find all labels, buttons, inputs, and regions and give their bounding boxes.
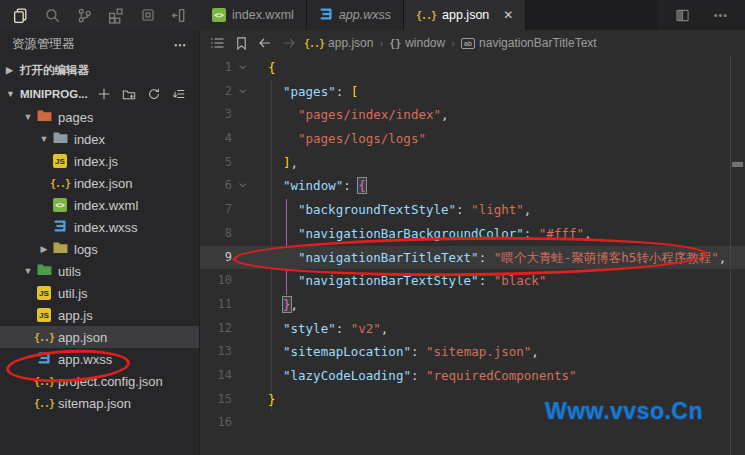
line-number: 5 [200, 151, 236, 175]
folder-icon [37, 263, 52, 279]
tree-item-index.json[interactable]: {..}index.json [0, 172, 199, 194]
code-line-7[interactable]: 7"backgroundTextStyle": "light", [200, 198, 745, 222]
line-number: 6 [200, 174, 236, 198]
code-line-13[interactable]: 13"sitemapLocation": "sitemap.json", [200, 340, 745, 364]
token: } [268, 392, 276, 407]
tree-item-project.config.json[interactable]: {..}project.config.json [0, 370, 199, 392]
tree-item-logs[interactable]: ▶logs [0, 238, 199, 260]
fold-chevron-icon[interactable] [236, 174, 252, 198]
breadcrumb-item-app.json[interactable]: {..}app.json [304, 36, 373, 50]
source-control-icon[interactable] [73, 4, 95, 26]
explorer-more-icon[interactable]: ⋯ [174, 37, 188, 52]
more-actions-icon[interactable] [709, 4, 731, 26]
folder-icon [37, 109, 52, 125]
code-line-2[interactable]: 2"pages": [ [200, 80, 745, 104]
token: : [343, 178, 358, 193]
back-arrow-icon[interactable] [256, 34, 274, 52]
tree-item-util.js[interactable]: JSutil.js [0, 282, 199, 304]
code-line-6[interactable]: 6"window": { [200, 174, 745, 198]
fold-gutter [236, 340, 252, 364]
fold-gutter [236, 293, 252, 317]
tree-item-index.js[interactable]: JSindex.js [0, 150, 199, 172]
tree-item-index.wxss[interactable]: index.wxss [0, 216, 199, 238]
tree-item-index[interactable]: ▼index [0, 128, 199, 150]
fold-gutter [236, 151, 252, 175]
panel-toggle-icon[interactable] [168, 4, 190, 26]
forward-arrow-icon[interactable] [280, 34, 298, 52]
tree-item-sitemap.json[interactable]: {..}sitemap.json [0, 392, 199, 414]
fold-chevron-icon[interactable] [236, 80, 252, 104]
new-file-icon[interactable] [96, 86, 112, 102]
tree-item-label: util.js [58, 286, 88, 301]
code-line-5[interactable]: 5], [200, 151, 745, 175]
token: "black" [494, 273, 547, 288]
references-icon[interactable] [137, 4, 159, 26]
tree-item-app.js[interactable]: JSapp.js [0, 304, 199, 326]
breadcrumb-item-navigationBarTitleText[interactable]: abnavigationBarTitleText [461, 36, 597, 50]
breadcrumb-item-window[interactable]: {}window [389, 36, 445, 50]
code-line-11[interactable]: 11}, [200, 293, 745, 317]
json-file-icon: {..} [304, 38, 324, 49]
explorer-title: 资源管理器 [12, 36, 75, 53]
token: : [411, 368, 426, 383]
tab-app.json[interactable]: {..}app.json✕ [404, 0, 526, 30]
tree-item-index.wxml[interactable]: <>index.wxml [0, 194, 199, 216]
files-icon[interactable] [10, 4, 32, 26]
tree-item-app.wxss[interactable]: app.wxss [0, 348, 199, 370]
fold-gutter [236, 269, 252, 293]
code-line-8[interactable]: 8"navigationBarBackgroundColor": "#fff", [200, 222, 745, 246]
code-line-15[interactable]: 15} [200, 388, 745, 412]
overview-ruler-decoration [732, 162, 743, 167]
token: , [524, 202, 532, 217]
project-section-header[interactable]: ▼ MINIPROG... [0, 82, 199, 106]
json-file-icon: {..} [50, 178, 70, 189]
code-line-9[interactable]: 9"navigationBarTitleText": "喂个大青蛙-聚萌博客h5… [200, 246, 745, 270]
split-editor-icon[interactable] [671, 4, 693, 26]
collapse-all-icon[interactable] [171, 86, 187, 102]
outline-icon[interactable] [208, 34, 226, 52]
token: [ [351, 84, 359, 99]
tree-item-label: index.wxml [74, 198, 138, 213]
chevron-right-icon: ▶ [36, 244, 52, 254]
code-area[interactable]: 1{2"pages": [3"pages/index/index",4"page… [200, 56, 745, 455]
bookmark-icon[interactable] [232, 34, 250, 52]
tree-item-pages[interactable]: ▼pages [0, 106, 199, 128]
new-folder-icon[interactable] [121, 86, 137, 102]
token: "requiredComponents" [426, 368, 577, 383]
fold-gutter [236, 222, 252, 246]
code-content: "navigationBarBackgroundColor": "#fff", [252, 222, 592, 246]
code-content [252, 411, 268, 435]
js-file-icon: JS [37, 286, 51, 300]
tree-item-label: index.wxss [74, 220, 138, 235]
search-icon[interactable] [42, 4, 64, 26]
ide-window: <>index.wxmlapp.wxss{..}app.json✕ 资源管理器 … [0, 0, 745, 455]
code-line-1[interactable]: 1{ [200, 56, 745, 80]
code-line-14[interactable]: 14"lazyCodeLoading": "requiredComponents… [200, 364, 745, 388]
code-line-12[interactable]: 12"style": "v2", [200, 317, 745, 341]
close-icon[interactable]: ✕ [503, 9, 513, 21]
tree-item-label: index [74, 132, 105, 147]
tree-item-utils[interactable]: ▼utils [0, 260, 199, 282]
line-number: 12 [200, 317, 236, 341]
code-line-4[interactable]: 4"pages/logs/logs" [200, 127, 745, 151]
fold-chevron-icon[interactable] [236, 56, 252, 80]
code-lines: 1{2"pages": [3"pages/index/index",4"page… [200, 56, 745, 435]
token: "navigationBarBackgroundColor" [298, 226, 524, 241]
code-line-10[interactable]: 10"navigationBarTextStyle": "black" [200, 269, 745, 293]
tab-label: index.wxml [232, 8, 294, 22]
wxml-file-icon: <> [53, 198, 67, 212]
token: "lazyCodeLoading" [283, 368, 411, 383]
line-number: 2 [200, 80, 236, 104]
extensions-icon[interactable] [105, 4, 127, 26]
code-line-3[interactable]: 3"pages/index/index", [200, 103, 745, 127]
code-line-16[interactable]: 16 [200, 411, 745, 435]
tab-index.wxml[interactable]: <>index.wxml [200, 0, 307, 30]
token: , [291, 297, 299, 312]
tab-app.wxss[interactable]: app.wxss [307, 0, 404, 30]
tree-item-label: index.js [74, 154, 118, 169]
tree-item-app.json[interactable]: {..}app.json [0, 326, 199, 348]
refresh-icon[interactable] [146, 86, 162, 102]
open-editors-section[interactable]: ▶ 打开的编辑器 [0, 58, 199, 82]
overview-ruler[interactable] [730, 56, 745, 455]
line-number: 16 [200, 411, 236, 435]
